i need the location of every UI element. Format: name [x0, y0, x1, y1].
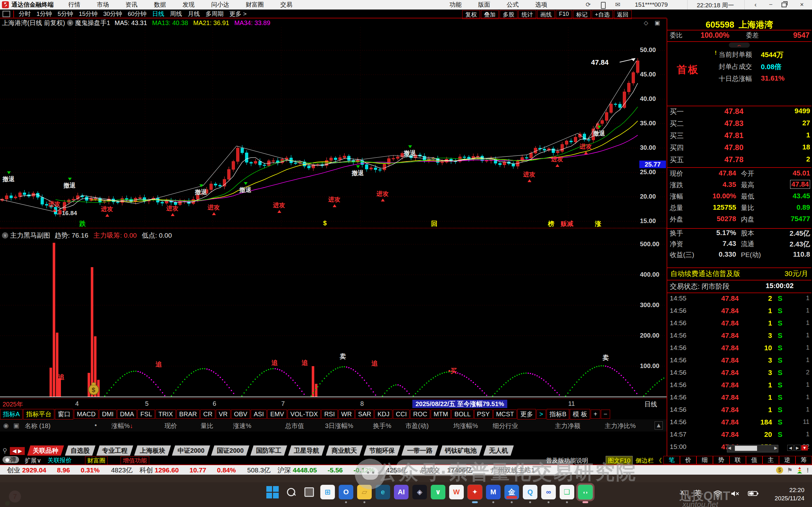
menu-item-right[interactable]: 功能 — [441, 1, 470, 9]
indicator-tab[interactable]: CR — [200, 410, 215, 419]
collapse-window-button[interactable]: ‹ — [749, 1, 762, 8]
sub-indicator-chart[interactable]: 追追追追追卖卖•买$ — [0, 242, 667, 398]
taskbar-app-mapp[interactable]: M — [486, 485, 501, 499]
indicator-tab[interactable]: MACD — [74, 410, 98, 419]
indicator-tab[interactable]: 指标平台 — [23, 409, 54, 419]
column-header[interactable]: 名称 (18) — [25, 421, 50, 430]
scroll-thumb[interactable] — [735, 446, 757, 451]
signal-icon[interactable] — [797, 467, 803, 474]
taskbar-app-vapp[interactable]: ∨ — [431, 485, 445, 499]
speaker-muted-icon[interactable] — [731, 491, 740, 498]
sector-tab[interactable]: 国防军工 — [251, 445, 287, 456]
tick-row[interactable]: 14:5647.843S1 — [667, 332, 811, 344]
indicator-tab[interactable]: BRAR — [176, 410, 200, 419]
indicator-tab[interactable]: PSY — [474, 410, 493, 419]
tick-scrollbar[interactable]: ◀▶ — [727, 445, 778, 452]
column-header[interactable]: 3日涨幅% — [325, 421, 353, 430]
column-header[interactable]: • — [95, 421, 97, 429]
taskbar-app-tdx[interactable]: ✦ — [468, 485, 482, 499]
taskbar-app-wechat[interactable]: ◖◗ — [578, 485, 593, 499]
menu-item[interactable]: 交易 — [272, 1, 301, 8]
minimize-button[interactable]: − — [764, 1, 777, 8]
scroll-right-icon[interactable]: ▶ — [774, 445, 777, 450]
index-quote[interactable]: 科创 1296.60 10.77 0.84% 508.3亿 — [139, 466, 270, 474]
period-tab[interactable]: 周线 — [167, 10, 185, 18]
indicator-tab[interactable]: − — [601, 410, 610, 419]
tick-pane-tab[interactable]: 逆 — [779, 456, 796, 464]
sector-tab[interactable]: 自选股 — [65, 445, 96, 456]
scroll-left-icon[interactable]: ◀ — [728, 445, 731, 450]
sector-tab[interactable]: 钙钛矿电池 — [439, 445, 483, 456]
battery-icon[interactable] — [748, 491, 759, 498]
sector-tab[interactable]: 卫星导航 — [288, 445, 325, 456]
coin-icon[interactable]: $ — [776, 467, 783, 474]
period-tab[interactable]: 月线 — [185, 10, 203, 18]
period-tab[interactable]: 多周期 — [203, 10, 227, 18]
menu-item[interactable]: 财富圈 — [237, 1, 272, 8]
tick-pane-tab[interactable]: 价 — [680, 456, 696, 464]
period-tab[interactable]: 1分钟 — [34, 10, 55, 18]
tick-pane-tab[interactable]: 主 — [762, 456, 779, 464]
period-tab[interactable]: 更多 > — [227, 10, 250, 18]
taskbar-app-search[interactable] — [283, 485, 298, 499]
indicator-tab[interactable]: MCST — [493, 410, 517, 419]
indicator-tab[interactable]: BOLL — [451, 410, 473, 419]
indicator-tab[interactable]: CCI — [393, 410, 410, 419]
taskbar-app-store[interactable]: ⊞ — [320, 485, 335, 499]
study-name[interactable]: 魔鬼操盘手1 — [75, 19, 110, 27]
taskbar-app-qq[interactable]: Q — [523, 485, 537, 499]
tick-row[interactable]: 14:5747.8420S1 — [667, 431, 811, 443]
column-header[interactable]: 涨速% — [233, 421, 252, 430]
column-header[interactable]: 市盈(动) — [405, 421, 429, 430]
sector-tab-active[interactable]: 关联品种 — [27, 445, 64, 456]
date-axis[interactable]: 2025年 4567811 2025/08/22/五 至今涨幅79.51% 日线 — [0, 398, 667, 409]
period-tab[interactable]: 5分钟 — [55, 10, 76, 18]
menu-item[interactable]: 市场 — [89, 1, 117, 8]
indicator-tab[interactable]: 更多 — [518, 409, 536, 419]
menu-item-right[interactable]: 版面 — [470, 1, 498, 9]
tick-row[interactable]: 14:5647.841S1 — [667, 406, 811, 418]
taskbar-app-outlook[interactable]: O — [339, 485, 353, 499]
taskbar-app-start[interactable] — [265, 485, 280, 499]
column-header[interactable]: 主力净比% — [605, 421, 636, 430]
tick-pane-tab[interactable]: 笔 — [663, 456, 680, 464]
column-header[interactable]: 总市值 — [285, 421, 304, 430]
indicator-tab[interactable]: > — [536, 410, 546, 419]
indicator-tab[interactable]: FSL — [138, 410, 155, 419]
indicator-tab[interactable]: TRIX — [156, 410, 176, 419]
tick-row[interactable]: 14:5547.842S1 — [667, 294, 811, 307]
bulb-icon[interactable]: ◉ — [3, 421, 9, 429]
indicator-tab[interactable]: 窗口 — [55, 409, 73, 419]
tick-row[interactable]: 14:5647.841S1 — [667, 381, 811, 393]
bottom-link[interactable]: 关联报价 — [48, 456, 72, 464]
sidebar-link[interactable]: 侧边栏 — [636, 457, 654, 465]
column-header[interactable]: 均涨幅% — [453, 421, 478, 430]
taskbar-app-wps[interactable]: W — [449, 485, 464, 499]
menu-item-right[interactable]: 选项 — [527, 1, 555, 9]
sector-tab[interactable]: 中证2000 — [172, 445, 210, 456]
tick-pane-tab[interactable]: 势 — [713, 456, 729, 464]
taskbar-app-ftrade[interactable]: 金 — [504, 485, 519, 499]
sector-nav-buttons[interactable]: ◀ ▶ — [10, 447, 25, 455]
collapse-pill[interactable]: ︽ — [729, 43, 750, 48]
tick-pane-tab[interactable]: 细 — [696, 456, 713, 464]
pane-buttons[interactable]: ◀▶▼ — [787, 445, 808, 452]
column-header[interactable]: 主力净额 — [555, 421, 580, 430]
indicator-tab[interactable]: ASI — [251, 410, 267, 419]
account-label[interactable]: 151****0079 — [635, 1, 668, 8]
column-header[interactable]: 量比 — [201, 421, 213, 430]
indicator-tab[interactable]: + — [591, 410, 600, 419]
indicator-tab[interactable]: DMI — [99, 410, 116, 419]
scroll-up-icon[interactable]: ▲ — [655, 421, 663, 430]
index-quote[interactable]: 创业 2929.04 8.96 0.31% 4823亿 — [7, 466, 132, 474]
tick-row[interactable]: 14:5647.843S2 — [667, 369, 811, 381]
indicator-tab[interactable]: RSI — [321, 410, 337, 419]
phone-icon[interactable] — [601, 2, 606, 9]
sector-tab[interactable]: 一带一路 — [401, 445, 438, 456]
taskbar-app-ladder[interactable]: ∞ — [541, 485, 556, 499]
tick-pane-tab[interactable]: 值 — [746, 456, 762, 464]
tick-row[interactable]: 14:5647.841S1 — [667, 393, 811, 406]
panel-toggle-icon[interactable]: ▣ — [655, 19, 660, 26]
sidebar-collapse-icon[interactable]: 《 — [656, 457, 662, 465]
restore-button[interactable] — [781, 3, 787, 7]
